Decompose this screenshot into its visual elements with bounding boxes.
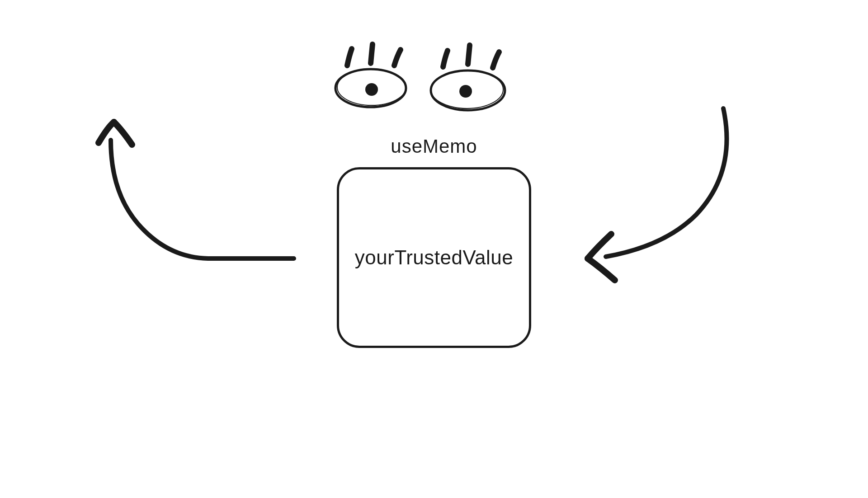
svg-point-2	[365, 83, 378, 96]
diagram-canvas: useMemo yourTrustedValue	[0, 0, 868, 498]
eye-left	[335, 44, 406, 107]
value-box: yourTrustedValue	[337, 167, 531, 348]
arrow-left	[99, 122, 294, 258]
box-label: yourTrustedValue	[355, 246, 513, 269]
svg-point-5	[459, 85, 472, 98]
title-label: useMemo	[391, 136, 477, 157]
arrow-right	[588, 108, 727, 280]
eye-right	[431, 45, 505, 110]
